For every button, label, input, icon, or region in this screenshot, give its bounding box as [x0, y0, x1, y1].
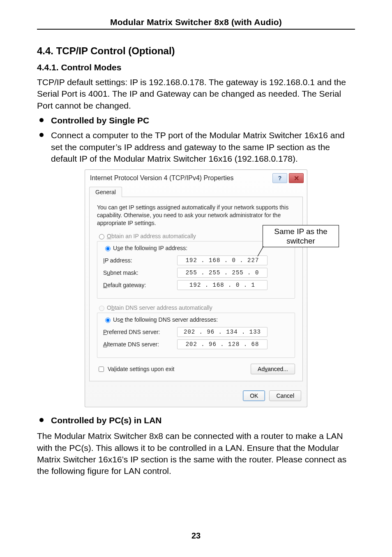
header-rule	[37, 29, 355, 30]
intro-paragraph: TCP/IP default settings: IP is 192.168.0…	[37, 77, 355, 111]
section-heading: 4.4. TCP/IP Control (Optional)	[37, 45, 355, 57]
svg-line-0	[258, 246, 263, 256]
subnet-mask-label: Subnet mask:	[103, 269, 177, 276]
radio-obtain-dns-label: Obtain DNS server address automatically	[107, 304, 212, 311]
ip-address-input[interactable]: 192 . 168 . 0 . 227	[177, 255, 267, 265]
radio-obtain-dns	[99, 306, 104, 311]
bullet-icon	[39, 133, 44, 137]
default-gateway-input[interactable]: 192 . 168 . 0 . 1	[177, 280, 267, 290]
ipv4-properties-dialog: Internet Protocol Version 4 (TCP/IPv4) P…	[85, 169, 307, 407]
bullet-single-pc-title: Controlled by Single PC	[51, 115, 149, 126]
cancel-button[interactable]: Cancel	[269, 390, 301, 401]
bullet-icon	[39, 418, 44, 422]
validate-label: Validate settings upon exit	[108, 366, 174, 372]
radio-use-ip[interactable]	[105, 246, 111, 251]
alternate-dns-input[interactable]: 202 . 96 . 128 . 68	[177, 339, 267, 349]
radio-use-dns[interactable]	[105, 318, 111, 323]
lan-paragraph: The Modular Matrix Switcher 8x8 can be c…	[37, 430, 355, 477]
bullet-lan-title: Controlled by PC(s) in LAN	[51, 415, 162, 426]
alternate-dns-label: Alternate DNS server:	[103, 341, 177, 348]
close-button[interactable]: ✕	[289, 173, 304, 183]
ok-button[interactable]: OK	[243, 390, 265, 401]
page-number: 23	[0, 531, 392, 541]
validate-checkbox[interactable]	[99, 367, 104, 372]
preferred-dns-label: Preferred DNS server:	[103, 329, 177, 335]
dialog-title: Internet Protocol Version 4 (TCP/IPv4) P…	[90, 174, 233, 182]
dialog-description: You can get IP settings assigned automat…	[97, 204, 295, 227]
radio-obtain-ip-label: Obtain an IP address automatically	[107, 233, 196, 239]
subsection-heading: 4.4.1. Control Modes	[37, 63, 355, 72]
subnet-mask-input[interactable]: 255 . 255 . 255 . 0	[177, 268, 267, 278]
radio-use-dns-label: Use the following DNS server addresses:	[113, 316, 218, 323]
help-button[interactable]: ?	[272, 173, 287, 183]
ip-address-label: IP address:	[103, 257, 177, 264]
advanced-button[interactable]: Advanced...	[251, 364, 295, 374]
preferred-dns-input[interactable]: 202 . 96 . 134 . 133	[177, 327, 267, 337]
radio-obtain-ip[interactable]	[99, 234, 104, 239]
callout-leader-line	[257, 246, 263, 256]
callout-same-ip: Same IP as the switcher	[263, 225, 339, 247]
tab-general[interactable]: General	[89, 187, 122, 197]
default-gateway-label: Default gateway:	[103, 282, 177, 288]
bullet-single-pc-body: Connect a computer to the TP port of the…	[51, 130, 355, 165]
bullet-icon	[39, 118, 44, 122]
radio-use-ip-label: Use the following IP address:	[113, 245, 187, 251]
page-header: Modular Matrix Switcher 8x8 (with Audio)	[37, 17, 355, 27]
